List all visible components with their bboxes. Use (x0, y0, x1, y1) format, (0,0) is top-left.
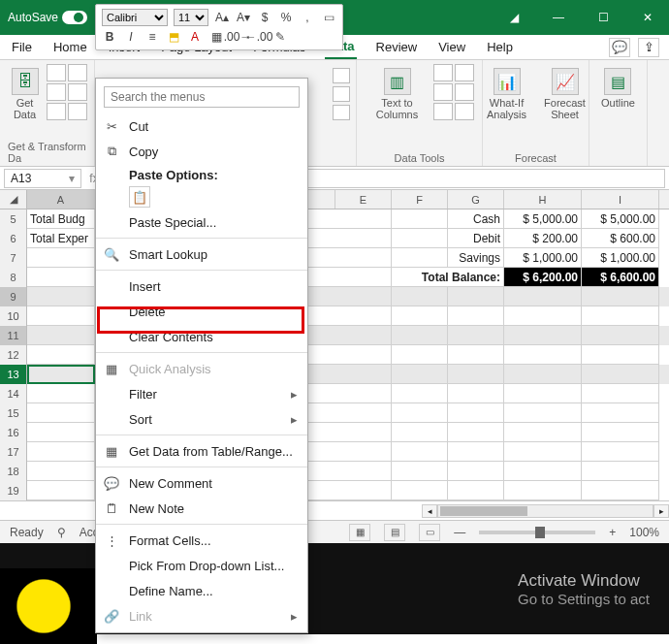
cell[interactable] (582, 423, 659, 442)
tab-help[interactable]: Help (485, 36, 515, 58)
zoom-out-button[interactable]: — (454, 526, 465, 539)
tab-view[interactable]: View (436, 36, 467, 58)
cell[interactable] (392, 481, 448, 500)
comments-button[interactable]: 💬 (609, 38, 630, 57)
sort-icon[interactable] (333, 68, 350, 83)
cell[interactable] (335, 403, 392, 423)
cell[interactable]: $ 5,000.00 (582, 209, 659, 229)
cell[interactable]: $ 5,000.00 (504, 209, 582, 229)
decrease-font-icon[interactable]: A▾ (236, 10, 251, 25)
cell[interactable] (27, 481, 95, 500)
cell[interactable] (448, 462, 504, 481)
menu-cut[interactable]: ✂Cut (96, 113, 307, 139)
cell[interactable] (392, 384, 448, 403)
cell[interactable] (582, 345, 659, 365)
decrease-decimal-icon[interactable]: ←.00 (251, 29, 267, 45)
cell[interactable] (27, 326, 95, 345)
row-header[interactable]: 9 (0, 287, 27, 306)
cell[interactable] (504, 442, 582, 462)
scroll-left-button[interactable]: ◂ (422, 504, 437, 518)
menu-filter[interactable]: Filter▸ (96, 381, 307, 406)
menu-sort[interactable]: Sort▸ (96, 406, 307, 432)
cell[interactable] (504, 403, 582, 423)
row-header[interactable]: 14 (0, 384, 27, 403)
cell[interactable] (448, 403, 504, 423)
row-header[interactable]: 16 (0, 423, 27, 442)
maximize-icon[interactable]: ☐ (589, 4, 617, 31)
col-header-g[interactable]: G (448, 190, 504, 209)
cell[interactable] (582, 462, 659, 481)
get-data-button[interactable]: 🗄 Get Data (8, 64, 43, 124)
horizontal-scrollbar[interactable] (437, 504, 653, 518)
merge-icon[interactable]: ▭ (321, 10, 336, 25)
cell[interactable] (335, 481, 392, 500)
whatif-button[interactable]: 📊 What-If Analysis (480, 64, 534, 124)
cell[interactable] (27, 462, 95, 481)
row-header[interactable]: 17 (0, 442, 27, 462)
menu-clear-contents[interactable]: Clear Contents (96, 324, 307, 349)
cell[interactable]: $ 1,000.00 (582, 248, 659, 268)
borders-icon[interactable]: ▦ (208, 29, 224, 45)
forecast-sheet-button[interactable]: 📈 Forecast Sheet (538, 64, 592, 124)
cell[interactable] (392, 365, 448, 384)
cell[interactable] (392, 326, 448, 345)
close-icon[interactable]: ✕ (634, 4, 661, 31)
font-family-select[interactable]: Calibri (102, 9, 168, 26)
cell[interactable] (448, 442, 504, 462)
cell[interactable] (504, 287, 582, 306)
menu-search-input[interactable] (104, 86, 300, 108)
cell[interactable] (27, 403, 95, 423)
italic-icon[interactable]: I (123, 29, 139, 45)
cell[interactable]: Savings (448, 248, 504, 268)
accounting-format-icon[interactable]: $ (257, 10, 272, 25)
tab-home[interactable]: Home (51, 36, 89, 58)
cell[interactable] (27, 365, 95, 384)
col-header-f[interactable]: F (392, 190, 448, 209)
view-page-layout-icon[interactable]: ▤ (384, 524, 405, 541)
cell[interactable] (504, 481, 582, 500)
minimize-icon[interactable]: — (545, 4, 572, 31)
row-header[interactable]: 7 (0, 248, 27, 268)
cell[interactable] (582, 442, 659, 462)
font-size-select[interactable]: 11 (174, 9, 208, 26)
cell[interactable] (335, 326, 392, 345)
cell[interactable] (504, 462, 582, 481)
cell[interactable]: Total Exper (27, 229, 95, 248)
cell[interactable] (392, 287, 448, 306)
menu-insert[interactable]: Insert (96, 274, 307, 299)
zoom-slider[interactable] (479, 531, 595, 534)
cell[interactable] (392, 229, 448, 248)
tab-review[interactable]: Review (374, 36, 420, 58)
share-button[interactable]: ⇪ (638, 38, 659, 57)
cell[interactable] (392, 306, 448, 326)
cell[interactable]: Debit (448, 229, 504, 248)
cell[interactable] (392, 209, 448, 229)
row-header[interactable]: 8 (0, 268, 27, 287)
zoom-in-button[interactable]: + (609, 526, 616, 539)
get-transform-small-buttons[interactable] (47, 64, 87, 124)
outline-button[interactable]: ▤ Outline (597, 64, 639, 113)
cell[interactable] (582, 365, 659, 384)
col-header-a[interactable]: A (27, 190, 95, 209)
cell[interactable] (504, 326, 582, 345)
cell[interactable] (582, 326, 659, 345)
cell[interactable] (27, 345, 95, 365)
menu-pick-from-list[interactable]: Pick From Drop-down List... (96, 553, 307, 578)
cell[interactable] (448, 326, 504, 345)
increase-decimal-icon[interactable]: .00→ (230, 29, 245, 45)
format-painter-icon[interactable]: ✎ (272, 29, 288, 45)
row-header[interactable]: 6 (0, 229, 27, 248)
autosave-switch[interactable] (62, 11, 87, 24)
row-header[interactable]: 15 (0, 403, 27, 423)
cell[interactable] (504, 365, 582, 384)
menu-paste-special[interactable]: Paste Special... (96, 209, 307, 235)
fill-color-icon[interactable]: ⬒ (166, 29, 181, 45)
cell[interactable] (582, 481, 659, 500)
cell[interactable] (448, 345, 504, 365)
bold-icon[interactable]: B (102, 29, 117, 45)
cell[interactable] (582, 287, 659, 306)
cell[interactable] (504, 384, 582, 403)
cell[interactable] (504, 345, 582, 365)
cell[interactable] (392, 345, 448, 365)
cell[interactable] (448, 306, 504, 326)
